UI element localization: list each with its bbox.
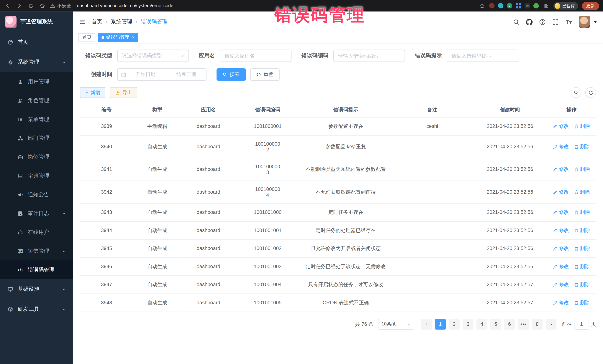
chevron-down-icon [180,54,184,58]
sidebar-item-label: 岗位管理 [28,154,49,160]
refresh-table-button[interactable] [585,87,596,98]
next-page-button[interactable] [546,319,557,329]
edit-link[interactable]: 修改 [553,209,569,216]
page-ellipsis[interactable]: ••• [518,319,529,329]
sidebar-item-dictionary[interactable]: 字典管理 [0,166,73,185]
page-button-3[interactable]: 3 [463,319,473,329]
url-text[interactable]: dashboard.yudao.iocoder.cn/system/error-… [77,3,174,9]
sidebar-item-departments[interactable]: 部门管理 [0,129,73,147]
app-logo[interactable]: 芋道管理系统 [0,11,73,32]
sidebar-item-notices[interactable]: 通知公告 [0,185,73,204]
extension-icon[interactable] [516,3,521,9]
browser-update-button[interactable]: 更新 [582,2,599,10]
sidebar-item-infrastructure[interactable]: 基础设施 [0,279,73,299]
edit-link[interactable]: 修改 [553,123,569,130]
reload-icon[interactable] [27,2,35,10]
add-button[interactable]: + 新增 [80,87,105,98]
cell-time: 2021-04-20 23:52:56 [473,158,547,180]
github-icon[interactable] [526,19,533,25]
extension-icon[interactable]: on [524,3,530,9]
tab-home[interactable]: 首页 [79,33,95,42]
start-date-placeholder[interactable]: 开始日期 [129,71,162,78]
page-button-6[interactable]: 6 [504,319,515,329]
sidebar-item-posts[interactable]: 岗位管理 [0,147,73,166]
extension-icon[interactable] [533,3,539,9]
caret-down-icon[interactable] [594,21,597,23]
edit-link[interactable]: 修改 [553,281,569,288]
sidebar-item-system[interactable]: 系统管理 [0,52,73,72]
user-avatar[interactable] [579,16,590,28]
tab-error-codes[interactable]: 错误码管理 × [98,33,138,42]
delete-link[interactable]: 删除 [574,209,590,216]
page-size-select[interactable]: 10条/页 [378,319,414,329]
sidebar-item-audit-log[interactable]: 审计日志 [0,204,73,223]
toggle-search-button[interactable] [571,87,581,98]
reset-button[interactable]: 重置 [250,68,280,81]
edit-link[interactable]: 修改 [553,227,569,234]
security-warning[interactable]: 不安全 [50,2,71,9]
page-button-5[interactable]: 5 [490,319,501,329]
extension-icon[interactable] [489,3,494,9]
chevron-up-icon [62,60,66,64]
page-button-2[interactable]: 2 [449,319,460,329]
delete-link[interactable]: 删除 [574,299,590,306]
home-icon[interactable] [38,2,46,10]
back-icon[interactable] [4,2,12,10]
page-button-4[interactable]: 4 [476,319,487,329]
close-icon[interactable]: × [132,35,134,40]
sidebar-item-users[interactable]: 用户管理 [0,72,73,91]
error-code-input[interactable] [333,49,405,62]
help-icon[interactable] [539,19,546,25]
sidebar-item-sms[interactable]: 短信管理 [0,242,73,261]
sidebar-item-devtools[interactable]: 研发工具 [0,299,73,319]
error-hint-input[interactable] [447,49,518,62]
fullscreen-icon[interactable] [552,19,559,25]
font-size-icon[interactable] [565,19,572,25]
cell-app: dashboard [181,257,235,276]
search-icon[interactable] [513,19,520,25]
end-date-placeholder[interactable]: 结束日期 [170,71,203,78]
profile-paused-badge[interactable]: 已暂停 [554,2,579,9]
edit-link[interactable]: 修改 [553,299,569,306]
edit-link[interactable]: 修改 [553,188,569,195]
cell-time: 2021-04-20 23:52:56 [473,117,547,135]
delete-link[interactable]: 删除 [574,227,590,234]
delete-link[interactable]: 删除 [574,281,590,288]
bookmark-star-icon[interactable] [478,2,486,10]
app-name-input[interactable] [220,49,292,62]
edit-link[interactable]: 修改 [553,245,569,252]
prev-page-button[interactable] [421,319,432,329]
sidebar-item-label: 基础设施 [18,286,39,293]
breadcrumb-home[interactable]: 首页 [92,18,102,25]
edit-link[interactable]: 修改 [553,166,569,173]
delete-link[interactable]: 删除 [574,143,590,150]
sidebar-item-home[interactable]: 首页 [0,32,73,52]
puzzle-extensions-icon[interactable] [542,2,550,10]
delete-link[interactable]: 删除 [574,188,590,195]
date-range-picker[interactable]: 开始日期 - 结束日期 [117,68,207,81]
error-type-select[interactable]: 请选择错误码类型 [117,49,189,62]
address-bar[interactable]: 不安全 dashboard.yudao.iocoder.cn/system/er… [50,2,474,9]
sidebar-item-roles[interactable]: 角色管理 [0,91,73,110]
breadcrumb-section[interactable]: 系统管理 [111,18,132,25]
extension-icon[interactable] [498,3,503,9]
extension-icon[interactable]: V [507,3,512,9]
sidebar-item-error-codes[interactable]: 错误码管理 [0,260,73,279]
search-button[interactable]: 搜索 [217,68,246,81]
edit-link[interactable]: 修改 [553,143,569,150]
delete-link[interactable]: 删除 [574,263,590,270]
page-button-1[interactable]: 1 [435,319,446,329]
cell-type: 自动生成 [133,203,181,221]
page-button-8[interactable]: 8 [532,319,543,329]
hamburger-icon[interactable] [79,18,86,25]
delete-link[interactable]: 删除 [574,245,590,252]
delete-link[interactable]: 删除 [574,123,590,130]
delete-link[interactable]: 删除 [574,166,590,173]
sidebar-item-online-users[interactable]: 在线用户 [0,223,73,242]
edit-link[interactable]: 修改 [553,263,569,270]
forward-icon[interactable] [15,2,23,10]
sidebar-item-label: 菜单管理 [28,116,49,123]
sidebar-item-menus[interactable]: 菜单管理 [0,110,73,129]
goto-page-input[interactable] [575,319,589,329]
export-button[interactable]: 导出 [110,87,137,98]
